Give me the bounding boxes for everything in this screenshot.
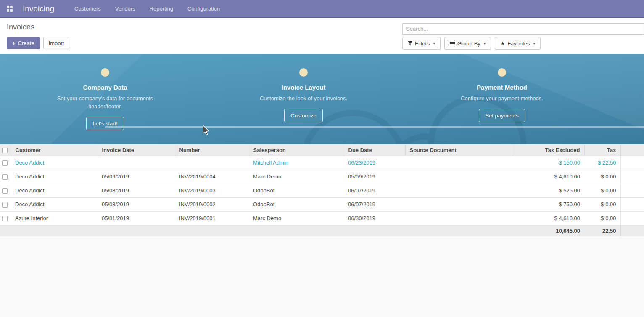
cell-salesperson[interactable]: Marc Demo: [249, 170, 344, 184]
header-number[interactable]: Number: [175, 144, 249, 156]
cell-tax-excluded[interactable]: $ 150.00: [513, 156, 584, 170]
cell-spacer: [620, 197, 644, 211]
cell-invoice-date[interactable]: [98, 156, 175, 170]
cell-invoice-date[interactable]: 05/09/2019: [98, 170, 175, 184]
filters-label: Filters: [415, 40, 430, 47]
import-button[interactable]: Import: [43, 37, 70, 49]
cell-source-document[interactable]: [405, 211, 513, 225]
cell-tax-excluded[interactable]: $ 4,610.00: [513, 170, 584, 184]
header-due-date[interactable]: Due Date: [344, 144, 405, 156]
cell-tax[interactable]: $ 0.00: [584, 170, 620, 184]
cell-due-date[interactable]: 06/30/2019: [344, 211, 405, 225]
cell-number[interactable]: INV/2019/0003: [175, 184, 249, 197]
nav-item-reporting[interactable]: Reporting: [150, 5, 173, 12]
cell-customer[interactable]: Deco Addict: [11, 184, 98, 197]
invoice-row[interactable]: Deco Addict 05/09/2019 INV/2019/0004 Mar…: [0, 170, 644, 184]
cell-invoice-date[interactable]: 05/08/2019: [98, 197, 175, 211]
onboarding-step-payment-method: Payment Method Configure your payment me…: [435, 68, 569, 122]
cell-customer[interactable]: Deco Addict: [11, 170, 98, 184]
cell-due-date[interactable]: 06/07/2019: [344, 184, 405, 197]
cell-customer[interactable]: Deco Addict: [11, 197, 98, 211]
invoice-row[interactable]: Deco Addict 05/08/2019 INV/2019/0002 Odo…: [0, 197, 644, 211]
cell-salesperson[interactable]: Marc Demo: [249, 211, 344, 225]
invoice-row[interactable]: Azure Interior 05/01/2019 INV/2019/0001 …: [0, 211, 644, 225]
filters-dropdown[interactable]: Filters ▾: [402, 37, 441, 50]
step-title: Payment Method: [435, 84, 569, 91]
cell-salesperson[interactable]: OdooBot: [249, 184, 344, 197]
cell-salesperson[interactable]: Mitchell Admin: [249, 156, 344, 170]
header-tax[interactable]: Tax: [584, 144, 620, 156]
cell-invoice-date[interactable]: 05/08/2019: [98, 184, 175, 197]
nav-item-vendors[interactable]: Vendors: [115, 5, 135, 12]
apps-menu-icon[interactable]: [7, 6, 13, 12]
onboarding-banner: Company Data Set your company's data for…: [0, 54, 644, 144]
cell-invoice-date[interactable]: 05/01/2019: [98, 211, 175, 225]
select-all-checkbox[interactable]: [2, 148, 8, 153]
cell-tax[interactable]: $ 0.00: [584, 211, 620, 225]
create-button[interactable]: + Create: [7, 37, 40, 49]
search-area: Filters ▾ Group By ▾ ★ Favorites ▾: [402, 23, 644, 35]
top-navbar: Invoicing Customers Vendors Reporting Co…: [0, 0, 644, 18]
cell-due-date[interactable]: 05/09/2019: [344, 170, 405, 184]
row-checkbox[interactable]: [2, 202, 8, 208]
caret-down-icon: ▾: [484, 41, 486, 45]
app-name[interactable]: Invoicing: [23, 4, 54, 13]
group-by-dropdown[interactable]: Group By ▾: [444, 37, 491, 50]
cell-tax-excluded[interactable]: $ 4,610.00: [513, 211, 584, 225]
header-invoice-date[interactable]: Invoice Date: [98, 144, 175, 156]
cell-due-date[interactable]: 06/07/2019: [344, 197, 405, 211]
onboarding-step-company-data: Company Data Set your company's data for…: [38, 68, 172, 130]
plus-icon: +: [12, 40, 16, 46]
cell-spacer: [620, 156, 644, 170]
header-customer[interactable]: Customer: [11, 144, 98, 156]
cell-tax[interactable]: $ 0.00: [584, 197, 620, 211]
cell-source-document[interactable]: [405, 156, 513, 170]
step-title: Invoice Layout: [236, 84, 371, 91]
cell-salesperson[interactable]: OdooBot: [249, 197, 344, 211]
cell-spacer: [620, 211, 644, 225]
row-checkbox[interactable]: [2, 174, 8, 180]
lets-start-button[interactable]: Let's start!: [86, 117, 124, 130]
cell-number[interactable]: INV/2019/0002: [175, 197, 249, 211]
invoice-row[interactable]: Deco Addict 05/08/2019 INV/2019/0003 Odo…: [0, 184, 644, 197]
favorites-dropdown[interactable]: ★ Favorites ▾: [495, 37, 541, 50]
cell-tax-excluded[interactable]: $ 525.00: [513, 184, 584, 197]
customize-button[interactable]: Customize: [284, 109, 322, 122]
header-tax-excluded[interactable]: Tax Excluded: [513, 144, 584, 156]
table-header-row: Customer Invoice Date Number Salesperson…: [0, 144, 644, 156]
cell-spacer: [620, 170, 644, 184]
nav-menu: Customers Vendors Reporting Configuratio…: [74, 5, 220, 12]
row-checkbox[interactable]: [2, 188, 8, 194]
cell-tax[interactable]: $ 0.00: [584, 184, 620, 197]
cell-customer[interactable]: Azure Interior: [11, 211, 98, 225]
cell-number[interactable]: INV/2019/0004: [175, 170, 249, 184]
cell-tax-excluded[interactable]: $ 750.00: [513, 197, 584, 211]
cell-customer[interactable]: Deco Addict: [11, 156, 98, 170]
page-title: Invoices: [7, 23, 34, 32]
import-button-label: Import: [49, 40, 64, 46]
cell-source-document[interactable]: [405, 197, 513, 211]
cell-source-document[interactable]: [405, 184, 513, 197]
set-payments-button[interactable]: Set payments: [479, 109, 525, 122]
cell-source-document[interactable]: [405, 170, 513, 184]
cell-due-date[interactable]: 06/23/2019: [344, 156, 405, 170]
step-description: Configure your payment methods.: [447, 94, 557, 102]
invoice-row[interactable]: Deco Addict Mitchell Admin 06/23/2019 $ …: [0, 156, 644, 170]
favorites-label: Favorites: [507, 40, 530, 47]
cell-number[interactable]: INV/2019/0001: [175, 211, 249, 225]
nav-item-configuration[interactable]: Configuration: [187, 5, 220, 12]
header-source-document[interactable]: Source Document: [405, 144, 513, 156]
caret-down-icon: ▾: [533, 41, 536, 45]
search-input[interactable]: [402, 23, 644, 35]
group-by-label: Group By: [457, 40, 480, 47]
invoice-table-body: Deco Addict Mitchell Admin 06/23/2019 $ …: [0, 156, 644, 225]
header-salesperson[interactable]: Salesperson: [249, 144, 344, 156]
row-checkbox[interactable]: [2, 160, 8, 166]
cell-tax[interactable]: $ 22.50: [584, 156, 620, 170]
nav-item-customers[interactable]: Customers: [74, 5, 101, 12]
invoice-list-table: Customer Invoice Date Number Salesperson…: [0, 144, 644, 236]
cell-number[interactable]: [175, 156, 249, 170]
row-checkbox[interactable]: [2, 216, 8, 221]
step-dot-icon: [101, 68, 109, 77]
step-description: Customize the look of your invoices.: [255, 94, 352, 102]
